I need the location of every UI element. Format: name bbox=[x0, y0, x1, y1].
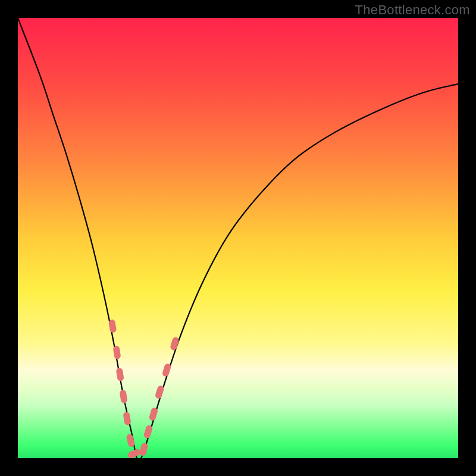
curve-marker bbox=[139, 442, 149, 456]
curve-marker bbox=[123, 412, 131, 425]
curve-marker bbox=[126, 433, 135, 447]
curve-marker bbox=[149, 407, 159, 421]
curve-marker bbox=[127, 448, 142, 458]
plot-area bbox=[18, 18, 458, 458]
curve-marker bbox=[143, 424, 154, 439]
watermark-label: TheBottleneck.com bbox=[355, 2, 470, 18]
curve-marker bbox=[119, 390, 127, 403]
curve-marker bbox=[116, 368, 124, 381]
curve-marker bbox=[113, 346, 121, 359]
bottleneck-curve bbox=[18, 18, 458, 458]
curve-layer bbox=[18, 18, 458, 458]
curve-marker bbox=[162, 363, 172, 377]
curve-marker bbox=[155, 385, 165, 399]
chart-frame: TheBottleneck.com bbox=[0, 0, 476, 476]
curve-marker bbox=[108, 319, 117, 333]
marker-layer bbox=[108, 319, 180, 458]
